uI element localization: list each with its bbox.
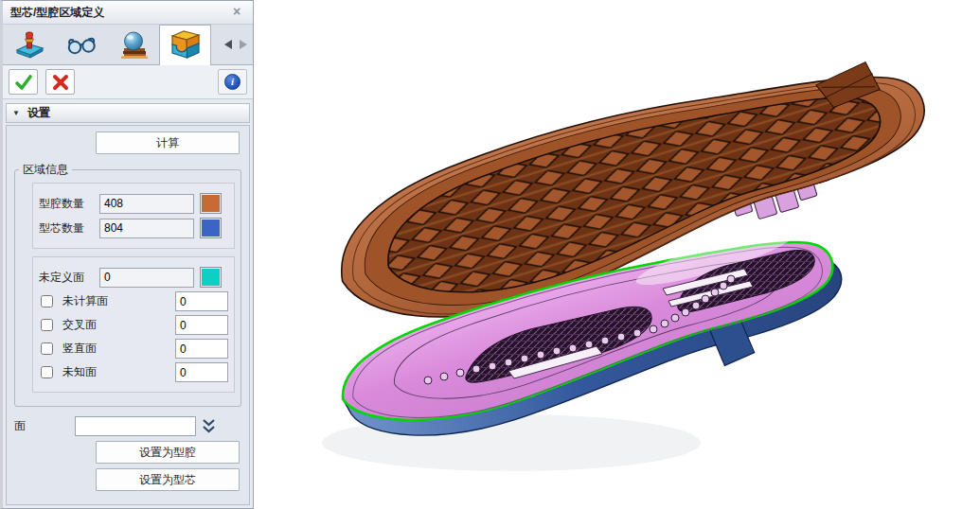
- cavity-count-field[interactable]: [99, 194, 194, 214]
- uncalculated-faces-checkbox[interactable]: [41, 295, 53, 307]
- panel-titlebar: 型芯/型腔区域定义 ×: [3, 1, 253, 25]
- settings-content: 计算 区域信息 型腔数量 型芯数量: [6, 125, 250, 505]
- counts-box: 型腔数量 型芯数量: [32, 183, 235, 249]
- ok-button[interactable]: [9, 69, 38, 95]
- core-color-swatch[interactable]: [200, 218, 222, 238]
- panel-toolbar: i: [3, 65, 253, 99]
- cancel-button[interactable]: [45, 69, 75, 95]
- crossed-faces-field[interactable]: [175, 315, 228, 335]
- uncalculated-faces-field[interactable]: [175, 291, 228, 311]
- tab-prev-icon[interactable]: [224, 40, 233, 49]
- face-label: 面: [14, 418, 69, 434]
- glasses-icon: [64, 30, 98, 59]
- uncalculated-faces-label: 未计算面: [62, 293, 169, 309]
- unknown-faces-field[interactable]: [175, 362, 228, 382]
- cavity-count-label: 型腔数量: [39, 196, 94, 212]
- viewport-3d[interactable]: [257, 0, 980, 509]
- undefined-faces-row: 未定义面: [39, 267, 228, 288]
- settings-header-label: 设置: [27, 105, 50, 121]
- crossed-faces-label: 交叉面: [62, 317, 169, 333]
- application-window: 型芯/型腔区域定义 ×: [0, 0, 980, 509]
- core-count-label: 型芯数量: [39, 220, 94, 237]
- face-input[interactable]: [75, 416, 196, 436]
- faces-box: 未定义面 未计算面 交叉面: [32, 256, 235, 393]
- crossed-faces-row: 交叉面: [39, 315, 228, 335]
- set-as-core-button[interactable]: 设置为型芯: [96, 468, 240, 491]
- collapse-triangle-icon: ▼: [12, 109, 20, 117]
- panel-title: 型芯/型腔区域定义: [10, 5, 104, 21]
- vertical-faces-label: 竖直面: [62, 341, 169, 357]
- tab-next-icon[interactable]: [239, 40, 247, 49]
- set-as-cavity-button[interactable]: 设置为型腔: [96, 441, 240, 464]
- info-button[interactable]: i: [218, 69, 247, 95]
- mold-box-icon: [168, 28, 204, 62]
- unknown-faces-label: 未知面: [62, 364, 169, 380]
- stamp-icon: [13, 29, 45, 60]
- crossed-faces-checkbox[interactable]: [41, 319, 53, 331]
- undefined-faces-field[interactable]: [99, 268, 194, 288]
- x-icon: [52, 74, 69, 91]
- unknown-faces-row: 未知面: [39, 362, 228, 382]
- tab-sphere-layers-tool[interactable]: [107, 25, 159, 64]
- region-info-group: 区域信息 型腔数量 型芯数量 未定义面: [14, 162, 241, 407]
- info-icon: i: [224, 74, 241, 90]
- vertical-faces-row: 竖直面: [39, 339, 228, 359]
- face-select-row: 面: [12, 416, 243, 436]
- undefined-color-swatch[interactable]: [200, 267, 222, 288]
- uncalculated-faces-row: 未计算面: [39, 291, 228, 311]
- calculate-button[interactable]: 计算: [96, 132, 240, 154]
- vertical-faces-checkbox[interactable]: [41, 342, 53, 355]
- expand-list-icon[interactable]: [202, 418, 216, 434]
- tool-tabstrip: [3, 25, 253, 65]
- tab-stamp-tool[interactable]: [3, 25, 55, 64]
- core-cavity-panel: 型芯/型腔区域定义 ×: [0, 0, 254, 509]
- check-icon: [14, 74, 33, 91]
- core-count-field[interactable]: [99, 219, 194, 238]
- region-info-title: 区域信息: [19, 162, 72, 178]
- tab-glasses-tool[interactable]: [55, 25, 107, 64]
- cavity-count-row: 型腔数量: [39, 193, 228, 214]
- settings-section-header[interactable]: ▼ 设置: [6, 103, 250, 123]
- tab-scroll-arrows: [219, 25, 253, 64]
- tab-mold-box-tool[interactable]: [159, 25, 211, 65]
- unknown-faces-checkbox[interactable]: [41, 366, 53, 378]
- sphere-layers-icon: [116, 29, 151, 60]
- vertical-faces-field[interactable]: [175, 339, 228, 359]
- close-icon[interactable]: ×: [228, 5, 245, 21]
- undefined-faces-label: 未定义面: [39, 270, 94, 286]
- cavity-color-swatch[interactable]: [200, 193, 222, 214]
- core-count-row: 型芯数量: [39, 218, 228, 238]
